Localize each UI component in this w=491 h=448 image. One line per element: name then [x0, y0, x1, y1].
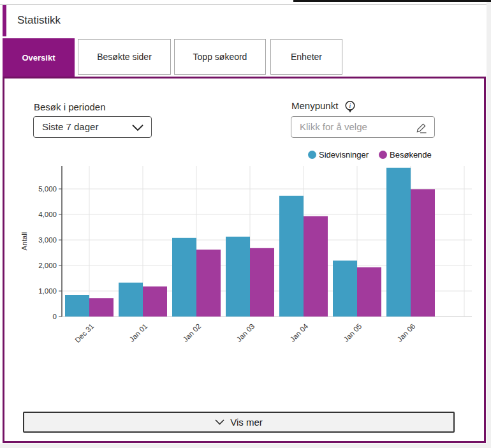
chart-legend: Sidevisninger Besøkende [308, 150, 432, 160]
chart-bar[interactable] [143, 287, 167, 317]
statistics-panel: Besøk i perioden Siste 7 dager Menypunkt… [3, 77, 486, 443]
legend-dot-sidevisninger [308, 151, 316, 159]
y-tick-label: 4,000 [38, 211, 57, 218]
x-tick-label: Jan 03 [235, 322, 256, 343]
chart-bar[interactable] [279, 196, 304, 317]
y-tick-label: 5,000 [38, 185, 57, 193]
chart-bar[interactable] [196, 250, 221, 317]
chart-bar[interactable] [119, 283, 143, 317]
menypunkt-label: Menypunkt [291, 100, 338, 111]
x-tick-label: Jan 04 [289, 322, 310, 343]
period-label: Besøk i perioden [34, 101, 106, 112]
chart-bar[interactable] [65, 295, 89, 317]
chart-bar[interactable] [226, 237, 250, 317]
bar-chart: 01,0002,0003,0004,0005,000AntallDec 31Ja… [19, 163, 475, 356]
chart-bar[interactable] [250, 248, 274, 317]
x-tick-label: Dec 31 [73, 322, 95, 344]
x-tick-label: Jan 01 [128, 322, 149, 343]
legend-dot-besokende [379, 151, 387, 159]
tab-label: Oversikt [22, 53, 55, 63]
vis-mer-button[interactable]: Vis mer [23, 412, 455, 433]
vis-mer-label: Vis mer [230, 417, 263, 428]
period-select[interactable]: Siste 7 dager [33, 116, 152, 138]
page-title: Statistikk [17, 14, 61, 27]
menypunkt-input[interactable] [291, 117, 408, 136]
chart-bar[interactable] [357, 267, 381, 317]
svg-text:i: i [349, 102, 351, 109]
tab-oversikt[interactable]: Oversikt [3, 38, 75, 77]
chevron-down-icon [132, 124, 143, 131]
period-select-value: Siste 7 dager [42, 117, 98, 137]
chart-bar[interactable] [304, 216, 328, 317]
window-top-edge-line [293, 0, 491, 2]
legend-label: Sidevisninger [319, 150, 369, 160]
info-icon[interactable]: i [344, 100, 356, 114]
legend-label: Besøkende [390, 150, 432, 160]
chart-bar[interactable] [386, 168, 411, 317]
legend-item-sidevisninger[interactable]: Sidevisninger [308, 150, 369, 160]
chevron-down-icon [215, 419, 224, 425]
menypunkt-label-row: Menypunkt i [291, 100, 356, 114]
chart-area: 01,0002,0003,0004,0005,000AntallDec 31Ja… [19, 163, 475, 356]
y-tick-label: 3,000 [38, 236, 57, 244]
menypunkt-input-box [291, 116, 435, 138]
tab-label: Besøkte sider [97, 52, 152, 62]
bottom-background-strip [0, 444, 491, 448]
y-tick-label: 2,000 [38, 262, 57, 269]
pencil-icon [415, 121, 428, 134]
tab-label: Topp søkeord [193, 52, 247, 62]
chart-bar[interactable] [172, 238, 196, 317]
right-background-strip [487, 2, 491, 448]
tab-besokte-sider[interactable]: Besøkte sider [78, 39, 171, 75]
y-tick-label: 0 [53, 313, 57, 320]
y-tick-label: 1,000 [38, 287, 57, 295]
header-accent-bar [3, 5, 6, 36]
legend-item-besokende[interactable]: Besøkende [379, 150, 432, 160]
x-tick-label: Jan 06 [396, 322, 417, 343]
chart-bar[interactable] [411, 189, 435, 317]
tab-enheter[interactable]: Enheter [270, 39, 342, 75]
chart-bar[interactable] [333, 260, 357, 317]
top-divider-line [0, 4, 491, 5]
x-tick-label: Jan 02 [182, 322, 203, 343]
x-tick-label: Jan 05 [342, 322, 363, 343]
chart-bar[interactable] [89, 298, 114, 317]
tab-topp-sokeord[interactable]: Topp søkeord [174, 39, 266, 75]
tab-label: Enheter [291, 52, 322, 62]
y-axis-label: Antall [20, 232, 28, 251]
